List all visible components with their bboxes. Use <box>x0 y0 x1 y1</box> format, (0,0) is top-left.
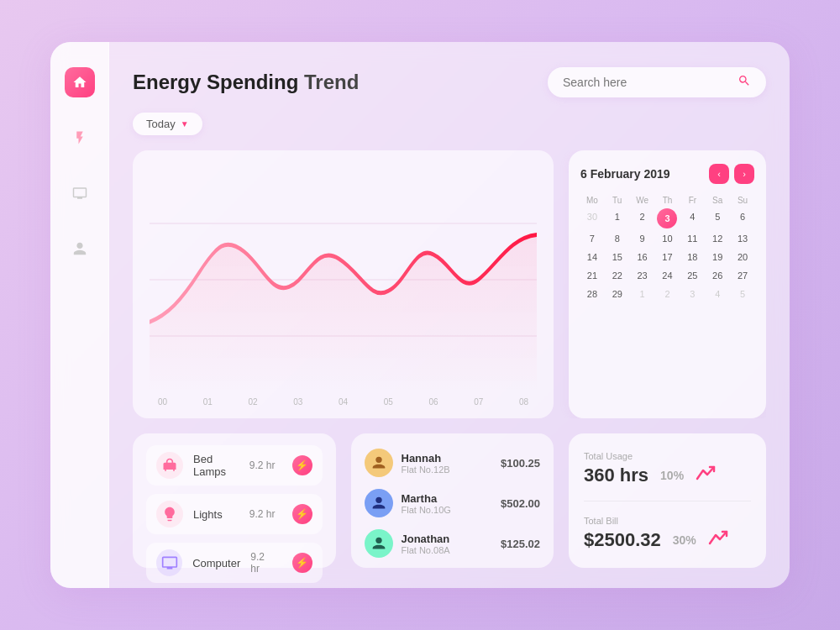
calendar-day[interactable]: 9 <box>631 230 654 247</box>
tenant-amount-jonathan: $125.02 <box>501 538 540 550</box>
tenant-flat-jonathan: Flat No.08A <box>402 545 493 555</box>
calendar-day[interactable]: 6 <box>731 208 754 228</box>
appliance-item-lights: Lights 9.2 hr ⚡ <box>146 494 323 534</box>
x-axis: 00 01 02 03 04 05 06 07 08 <box>150 392 537 407</box>
tenant-item-martha: Martha Flat No.10G $502.00 <box>365 486 541 521</box>
calendar-day[interactable]: 17 <box>656 249 680 265</box>
calendar-grid: Mo Tu We Th Fr Sa Su 30 1 2 3 4 5 6 7 <box>580 194 754 302</box>
search-bar <box>548 67 766 97</box>
total-usage-label: Total Usage <box>584 451 751 461</box>
calendar-day[interactable]: 5 <box>731 286 754 302</box>
total-usage-trend-icon <box>696 465 716 485</box>
sidebar-item-monitor[interactable] <box>65 178 95 208</box>
tenant-info-martha: Martha Flat No.10G <box>402 492 493 515</box>
calendar-day[interactable]: 23 <box>631 267 654 284</box>
header: Energy Spending Trend <box>133 67 766 97</box>
stats-card: Total Usage 360 hrs 10% Total Bill $2500… <box>569 433 766 568</box>
total-bill-row: $2500.32 30% <box>584 529 751 551</box>
calendar-header: 6 February 2019 ‹ › <box>580 164 754 184</box>
calendar-day[interactable]: 3 <box>680 286 704 302</box>
calendar-day[interactable]: 25 <box>680 267 704 284</box>
tenant-amount-hannah: $100.25 <box>501 457 540 470</box>
svg-point-5 <box>375 538 381 543</box>
calendar-next-button[interactable]: › <box>734 164 754 184</box>
calendar-day[interactable]: 20 <box>731 249 754 265</box>
total-bill-value: $2500.32 <box>584 529 661 551</box>
calendar-day[interactable]: 29 <box>606 286 629 302</box>
today-filter-button[interactable]: Today ▼ <box>133 113 202 135</box>
calendar-day[interactable]: 2 <box>631 208 654 228</box>
calendar-day[interactable]: 5 <box>706 208 729 228</box>
calendar-day[interactable]: 11 <box>680 230 704 247</box>
calendar-nav: ‹ › <box>709 164 754 184</box>
bed-lamps-icon <box>156 452 183 479</box>
calendar-day[interactable]: 10 <box>656 230 680 247</box>
total-bill-change: 30% <box>673 533 696 547</box>
sidebar <box>50 42 109 588</box>
calendar-day[interactable]: 21 <box>580 267 604 284</box>
calendar-day[interactable]: 28 <box>580 286 604 302</box>
filter-row: Today ▼ <box>133 113 766 135</box>
chart-card: 00 01 02 03 04 05 06 07 08 <box>133 150 554 418</box>
calendar-day[interactable]: 14 <box>580 249 604 265</box>
page-title: Energy Spending Trend <box>133 71 359 94</box>
main-content: Energy Spending Trend Today ▼ <box>109 42 790 588</box>
calendar-day[interactable]: 27 <box>731 267 754 284</box>
calendar-day[interactable]: 13 <box>731 230 754 247</box>
computer-name: Computer <box>192 557 240 570</box>
total-usage-row: 360 hrs 10% <box>584 465 751 486</box>
dropdown-arrow-icon: ▼ <box>181 119 189 129</box>
calendar-day[interactable]: 8 <box>606 230 629 247</box>
content-row: 00 01 02 03 04 05 06 07 08 6 February 20… <box>133 150 766 418</box>
calendar-day[interactable]: 30 <box>580 208 604 228</box>
calendar-day[interactable]: 1 <box>631 286 654 302</box>
stat-total-usage: Total Usage 360 hrs 10% <box>584 451 751 486</box>
svg-point-3 <box>375 457 381 463</box>
tenant-amount-martha: $502.00 <box>501 497 540 510</box>
calendar-day[interactable]: 26 <box>706 267 729 284</box>
lights-lightning-icon: ⚡ <box>292 504 312 524</box>
tenant-info-jonathan: Jonathan Flat No.08A <box>402 533 493 555</box>
sidebar-item-home[interactable] <box>65 67 95 97</box>
calendar-day[interactable]: 24 <box>656 267 680 284</box>
calendar-day[interactable]: 15 <box>606 249 629 265</box>
search-input[interactable] <box>563 76 731 89</box>
calendar-day[interactable]: 4 <box>680 208 704 228</box>
bottom-row: Bed Lamps 9.2 hr ⚡ Lights 9.2 hr ⚡ <box>133 433 766 568</box>
tenant-avatar-martha <box>365 489 393 517</box>
calendar-day[interactable]: 1 <box>606 208 629 228</box>
tenant-flat-hannah: Flat No.12B <box>402 465 493 475</box>
stat-total-bill: Total Bill $2500.32 30% <box>584 516 751 551</box>
calendar-prev-button[interactable]: ‹ <box>709 164 729 184</box>
calendar-day[interactable]: 18 <box>680 249 704 265</box>
calendar-day[interactable]: 7 <box>580 230 604 247</box>
computer-lightning-icon: ⚡ <box>292 553 312 573</box>
calendar-day-today[interactable]: 3 <box>657 208 677 228</box>
lights-icon <box>156 501 183 528</box>
dashboard: Energy Spending Trend Today ▼ <box>50 42 790 588</box>
calendar-day[interactable]: 2 <box>656 286 680 302</box>
tenant-name-martha: Martha <box>402 492 493 505</box>
tenant-item-jonathan: Jonathan Flat No.08A $125.02 <box>365 526 541 561</box>
sidebar-item-energy[interactable] <box>65 123 95 153</box>
calendar-day[interactable]: 22 <box>606 267 629 284</box>
computer-icon <box>156 549 182 576</box>
lights-hours: 9.2 hr <box>249 508 276 520</box>
calendar-day[interactable]: 4 <box>706 286 729 302</box>
tenants-card: Hannah Flat No.12B $100.25 Martha Flat N… <box>351 433 554 568</box>
bed-lamps-name: Bed Lamps <box>193 453 239 478</box>
calendar-day[interactable]: 19 <box>706 249 729 265</box>
total-usage-value: 360 hrs <box>584 465 648 486</box>
sidebar-item-profile[interactable] <box>65 234 95 264</box>
stat-divider <box>584 501 751 501</box>
appliance-item-computer: Computer 9.2 hr ⚡ <box>146 543 323 583</box>
calendar-day[interactable]: 12 <box>706 230 729 247</box>
tenant-flat-martha: Flat No.10G <box>402 505 493 515</box>
svg-point-4 <box>375 497 381 503</box>
calendar-card: 6 February 2019 ‹ › Mo Tu We Th Fr Sa Su… <box>569 150 766 418</box>
tenant-name-hannah: Hannah <box>402 452 493 465</box>
tenant-name-jonathan: Jonathan <box>402 533 493 545</box>
chart-area <box>150 167 537 392</box>
calendar-day[interactable]: 16 <box>631 249 654 265</box>
calendar-month-year: 6 February 2019 <box>580 167 670 181</box>
